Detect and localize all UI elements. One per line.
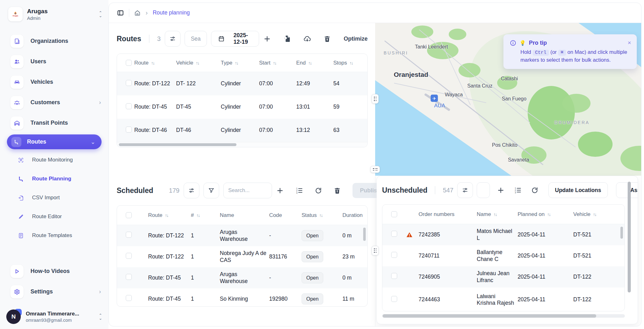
horizontal-scrollbar[interactable] bbox=[117, 142, 367, 147]
sidebar-item-route-monitoring[interactable]: Route Monitoring bbox=[0, 150, 108, 169]
date-picker-button[interactable]: 2025-12-19 bbox=[211, 31, 259, 47]
unscheduled-view-settings-button[interactable] bbox=[457, 182, 473, 198]
assign-button[interactable]: Assign bbox=[616, 182, 638, 198]
home-icon[interactable] bbox=[134, 10, 141, 16]
scrollbar-thumb[interactable] bbox=[383, 314, 596, 318]
map-label: DRUMIDERA bbox=[554, 120, 590, 125]
refresh-icon[interactable] bbox=[315, 187, 322, 194]
trash-icon[interactable] bbox=[334, 187, 341, 194]
svg-text:2: 2 bbox=[296, 190, 297, 192]
close-icon[interactable]: × bbox=[628, 39, 631, 46]
sidebar-item-settings[interactable]: Settings › bbox=[0, 281, 108, 302]
add-order-icon[interactable] bbox=[497, 186, 505, 194]
sidebar-item-vehicles[interactable]: Vehicles bbox=[0, 72, 108, 92]
refresh-icon[interactable] bbox=[531, 187, 538, 194]
row-checkbox[interactable] bbox=[391, 231, 397, 237]
filter-button[interactable] bbox=[203, 183, 219, 198]
sidebar-item-csv-import[interactable]: CSV Import bbox=[0, 188, 108, 207]
sort-icon[interactable]: ↑↓ bbox=[196, 213, 199, 218]
row-checkbox[interactable] bbox=[391, 252, 397, 258]
sort-icon[interactable]: ↑↓ bbox=[196, 60, 199, 65]
scrollbar-thumb[interactable] bbox=[119, 143, 236, 146]
select-all-checkbox[interactable] bbox=[126, 60, 132, 66]
bulb-emoji: 💡 bbox=[519, 40, 526, 46]
row-checkbox[interactable] bbox=[126, 253, 132, 259]
row-checkbox[interactable] bbox=[126, 274, 132, 280]
sidebar-toggle-icon[interactable] bbox=[117, 9, 124, 16]
table-row[interactable]: Route: DT-46 DT-46 Cylinder 07:00 13:12 … bbox=[117, 119, 367, 142]
sort-icon[interactable]: ↑↓ bbox=[308, 60, 311, 65]
routes-title: Routes bbox=[117, 35, 141, 43]
table-row[interactable]: 7246905 Julneau Jean Lifranc 2025-04-11 … bbox=[382, 266, 625, 287]
row-checkbox[interactable] bbox=[126, 103, 132, 109]
cloud-download-icon[interactable] bbox=[303, 35, 311, 43]
sidebar-item-routes[interactable]: Routes ⌄ bbox=[7, 134, 102, 149]
table-row[interactable]: Route: DT-45 1 So Kinming 192980 Open 11… bbox=[117, 288, 367, 307]
table-row[interactable]: 7242385 Matos Michael L 2025-04-11 DT-52… bbox=[382, 224, 625, 245]
panel-vertical-scrollbar[interactable] bbox=[628, 182, 631, 292]
update-locations-button[interactable]: Update Locations bbox=[548, 182, 608, 198]
row-checkbox[interactable] bbox=[391, 273, 397, 279]
row-checkbox[interactable] bbox=[391, 296, 397, 302]
sidebar-item-route-planning[interactable]: Route Planning bbox=[0, 169, 108, 188]
import-file-icon[interactable] bbox=[283, 35, 291, 43]
sort-icon[interactable]: ↑↓ bbox=[273, 60, 276, 65]
ordered-list-icon[interactable]: 123 bbox=[514, 186, 522, 194]
vertical-scrollbar[interactable] bbox=[363, 228, 366, 241]
resize-handle[interactable] bbox=[372, 94, 379, 104]
table-row[interactable]: Route: DT-45 DT-45 Cylinder 07:00 13:01 … bbox=[117, 95, 367, 119]
row-checkbox[interactable] bbox=[126, 232, 132, 238]
select-all-checkbox[interactable] bbox=[391, 211, 397, 217]
table-row[interactable]: Route: DT-122 DT- 122 Cylinder 07:00 12:… bbox=[117, 72, 367, 95]
table-row[interactable]: Route: DT-122 1 Arugas Warehouse - Open … bbox=[117, 225, 367, 246]
vessel-filter-chip[interactable]: Sea bbox=[185, 31, 207, 47]
add-stop-icon[interactable] bbox=[276, 187, 284, 195]
sort-icon[interactable]: ↑↓ bbox=[165, 213, 168, 218]
template-file-icon bbox=[18, 233, 24, 239]
sidebar-item-route-editor[interactable]: Route Editor bbox=[0, 207, 108, 226]
sort-icon[interactable]: ↑↓ bbox=[547, 212, 550, 217]
resize-handle[interactable] bbox=[372, 246, 379, 255]
table-row[interactable]: Route: DT-45 1 Arugas Warehouse - Open 0… bbox=[117, 267, 367, 288]
select-all-checkbox[interactable] bbox=[126, 212, 132, 218]
sort-icon[interactable]: ↑↓ bbox=[235, 60, 238, 65]
empty-filter-button[interactable] bbox=[477, 182, 490, 198]
sidebar-item-users[interactable]: Users bbox=[0, 51, 108, 72]
sort-icon[interactable]: ↑↓ bbox=[319, 213, 322, 218]
sort-icon[interactable]: ↑↓ bbox=[151, 60, 154, 65]
sidebar-item-transit-points[interactable]: Transit Points bbox=[0, 113, 108, 133]
scheduled-view-settings-button[interactable] bbox=[184, 183, 199, 198]
add-route-icon[interactable] bbox=[263, 35, 271, 43]
vertical-scrollbar[interactable] bbox=[620, 227, 623, 239]
sidebar-item-route-templates[interactable]: Route Templates bbox=[0, 226, 108, 245]
sort-icon[interactable]: ↑↓ bbox=[349, 60, 353, 65]
org-role: Admin bbox=[27, 15, 47, 21]
sort-icon[interactable]: ↑↓ bbox=[593, 212, 596, 217]
divider bbox=[435, 186, 435, 194]
table-row[interactable]: 7244463 Lalwani Krishna Rajesh 2025-04-1… bbox=[382, 287, 625, 311]
row-checkbox[interactable] bbox=[126, 127, 132, 133]
user-menu[interactable]: N Omraan Timmerare... omraan93@gmail.com… bbox=[0, 309, 108, 324]
sidebar-item-customers[interactable]: Customers › bbox=[0, 92, 108, 113]
map-panel[interactable]: ✈ Tanki LeendertBUSHIRIOranjestadCatashi… bbox=[375, 23, 641, 176]
trash-icon[interactable] bbox=[324, 35, 331, 43]
sidebar-item-organizations[interactable]: Organizations bbox=[0, 31, 108, 51]
table-row[interactable]: 7240711 Ballantyne Chane C 2025-04-11 DT… bbox=[382, 245, 625, 266]
unscheduled-toolbar: Unscheduled 547 123 Update Locations Ass… bbox=[382, 182, 638, 198]
pencil-icon bbox=[18, 214, 24, 220]
routes-view-settings-button[interactable] bbox=[165, 31, 180, 47]
user-switch-chevrons-icon[interactable]: ⌃⌃ bbox=[99, 314, 102, 320]
org-switcher[interactable]: Arugas Arugas Admin ⌃⌃ bbox=[8, 7, 102, 21]
row-checkbox[interactable] bbox=[126, 295, 132, 301]
sidebar-item-how-to-videos[interactable]: How-to Videos bbox=[0, 261, 108, 281]
resize-handle[interactable] bbox=[370, 166, 380, 173]
row-checkbox[interactable] bbox=[126, 80, 132, 86]
sort-icon[interactable]: ↑↓ bbox=[493, 212, 497, 217]
ordered-list-icon[interactable]: 123 bbox=[296, 187, 303, 194]
breadcrumb[interactable]: Route planning bbox=[153, 9, 190, 16]
search-input[interactable] bbox=[223, 183, 272, 198]
table-row[interactable]: Route: DT-122 1 Nobrega Judy A de CAS 83… bbox=[117, 246, 367, 267]
org-switch-chevrons-icon[interactable]: ⌃⌃ bbox=[99, 11, 102, 17]
horizontal-scrollbar[interactable] bbox=[382, 314, 625, 318]
optimize-button[interactable]: Optimize bbox=[344, 36, 368, 42]
